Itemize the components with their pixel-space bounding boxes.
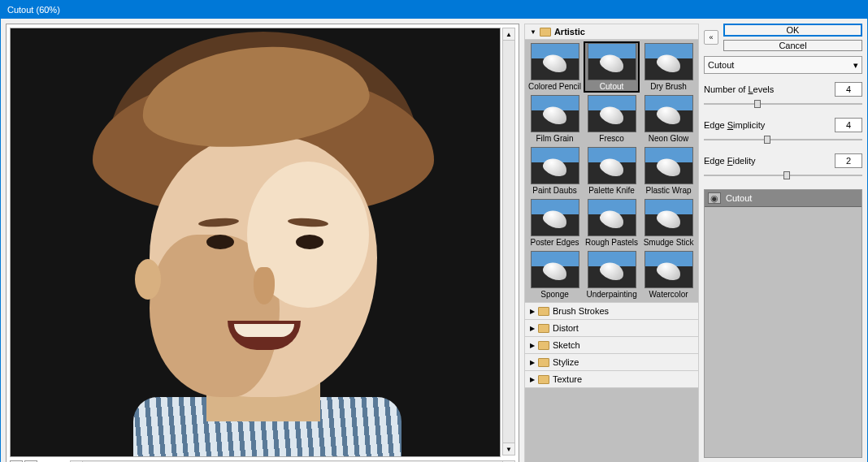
category-brush-strokes[interactable]: ▶Brush Strokes [524,303,699,320]
folder-icon [540,28,551,37]
chevron-down-icon: ▾ [853,60,858,71]
levels-input[interactable] [835,82,862,97]
category-label: Distort [553,323,579,333]
effect-layers-empty [705,207,861,457]
thumb-preview-icon [588,251,636,288]
thumb-label: Poster Edges [531,238,579,247]
param-edge-simplicity: Edge Simplicity [704,118,862,145]
effect-layer-row[interactable]: ◉ Cutout [705,190,861,207]
levels-slider[interactable] [704,98,862,110]
filter-dropdown[interactable]: Cutout ▾ [704,56,862,74]
gallery-pane: ▼ Artistic Colored PencilCutoutDry Brush… [524,24,699,462]
collapse-panel-button[interactable]: « [704,30,718,45]
thumb-label: Paint Daubs [532,186,576,195]
cancel-button[interactable]: Cancel [723,40,862,51]
expand-arrow-icon: ▶ [530,325,535,332]
thumb-label: Watercolor [649,290,688,299]
filter-thumb-film-grain[interactable]: Film Grain [527,93,583,145]
titlebar: Cutout (60%) [1,1,867,19]
filter-thumb-sponge[interactable]: Sponge [527,249,583,300]
filter-thumb-fresco[interactable]: Fresco [584,93,640,145]
thumb-label: Colored Pencil [528,82,581,91]
visibility-eye-icon[interactable]: ◉ [708,192,721,204]
filter-thumb-neon-glow[interactable]: Neon Glow [640,93,697,145]
gallery-empty-area [524,388,699,462]
content: − + 60% ▼ Artistic Colored PencilCutoutD… [1,19,867,462]
folder-icon [538,375,549,384]
thumb-label: Underpainting [586,290,636,299]
thumb-preview-icon [644,199,693,236]
filter-thumb-smudge-stick[interactable]: Smudge Stick [640,197,697,248]
simplicity-slider[interactable] [704,134,862,145]
thumb-preview-icon [531,147,579,184]
thumb-preview-icon [531,199,579,236]
thumb-label: Sponge [540,290,568,299]
fidelity-input[interactable] [835,153,862,168]
thumb-preview-icon [531,251,579,288]
filter-thumb-palette-knife[interactable]: Palette Knife [584,145,640,196]
controls-pane: « OK Cancel Cutout ▾ Number of Levels [704,24,862,462]
param-number-of-levels: Number of Levels [704,82,862,110]
filter-thumb-underpainting[interactable]: Underpainting [584,249,640,300]
filter-thumb-cutout[interactable]: Cutout [584,41,640,93]
action-buttons: « OK Cancel [704,24,862,51]
filter-params: Number of Levels Edge Simplicity [704,79,862,184]
folder-icon [538,358,549,367]
simplicity-input[interactable] [835,118,862,132]
thumb-preview-icon [644,95,693,132]
expand-arrow-icon: ▶ [530,376,535,383]
preview-pane: − + 60% [6,24,519,462]
fidelity-slider[interactable] [704,170,862,181]
thumb-label: Palette Knife [588,186,635,195]
thumb-preview-icon [588,199,636,236]
category-label: Stylize [553,357,579,367]
folder-icon [538,307,549,316]
category-label: Texture [553,374,582,384]
filter-thumb-colored-pencil[interactable]: Colored Pencil [527,41,583,93]
collapse-arrow-icon: ▼ [530,28,536,36]
thumb-preview-icon [588,147,636,184]
preview-artwork [44,28,467,457]
thumb-label: Fresco [599,134,624,143]
filter-gallery-window: Cutout (60%) [0,0,868,462]
filter-thumb-plastic-wrap[interactable]: Plastic Wrap [640,145,697,196]
vertical-scrollbar[interactable] [502,28,515,456]
filter-dropdown-value: Cutout [708,60,734,70]
thumb-preview-icon [588,95,636,132]
thumb-label: Dry Brush [650,82,686,91]
category-distort[interactable]: ▶Distort [524,320,699,337]
thumb-preview-icon [531,95,579,132]
effect-layer-name: Cutout [726,193,752,203]
thumb-preview-icon [644,147,693,184]
filter-thumb-poster-edges[interactable]: Poster Edges [527,197,583,248]
folder-icon [538,341,549,350]
thumb-label: Cutout [600,82,623,91]
category-sketch[interactable]: ▶Sketch [524,337,699,354]
effect-layers-pane: ◉ Cutout [704,189,862,458]
thumb-preview-icon [644,43,693,80]
folder-icon [538,324,549,333]
thumb-preview-icon [588,43,636,80]
thumb-label: Plastic Wrap [646,186,692,195]
thumb-preview-icon [531,43,579,80]
filter-thumb-paint-daubs[interactable]: Paint Daubs [527,145,583,196]
param-label-fidelity: Edge Fidelity [704,156,756,166]
category-stylize[interactable]: ▶Stylize [524,354,699,371]
thumb-label: Neon Glow [649,134,688,143]
param-edge-fidelity: Edge Fidelity [704,153,862,181]
filter-thumb-dry-brush[interactable]: Dry Brush [640,41,697,93]
expand-arrow-icon: ▶ [530,342,535,349]
category-label: Sketch [553,340,580,350]
category-texture[interactable]: ▶Texture [524,371,699,388]
category-artistic[interactable]: ▼ Artistic [524,24,699,40]
thumbs-grid: Colored PencilCutoutDry BrushFilm GrainF… [527,41,697,300]
ok-button[interactable]: OK [723,24,862,37]
category-label: Brush Strokes [553,306,609,316]
category-label: Artistic [554,27,585,37]
thumb-preview-icon [644,251,693,288]
preview-image[interactable] [10,28,501,457]
thumb-label: Smudge Stick [644,238,694,247]
filter-thumb-watercolor[interactable]: Watercolor [640,249,697,300]
filter-thumb-rough-pastels[interactable]: Rough Pastels [584,197,640,248]
expand-arrow-icon: ▶ [530,359,535,366]
